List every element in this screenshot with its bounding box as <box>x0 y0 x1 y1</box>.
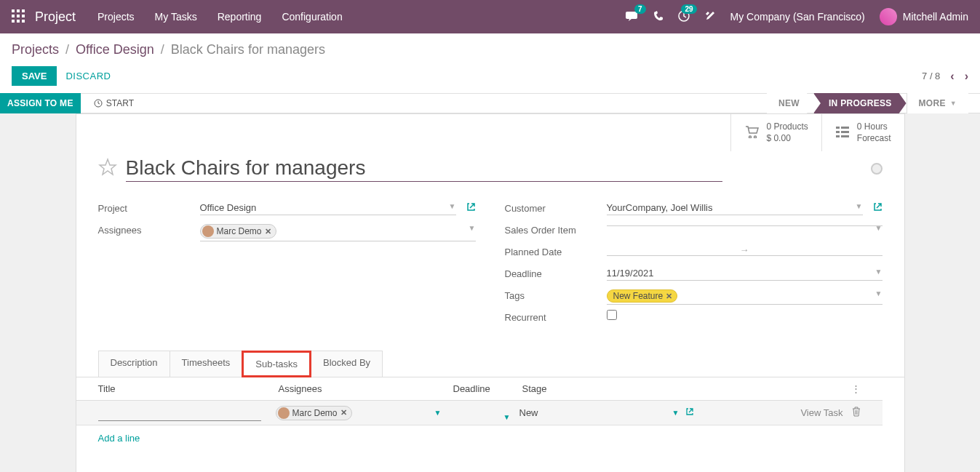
status-more[interactable]: MORE ▼ <box>907 93 968 113</box>
messages-icon[interactable]: 7 <box>626 10 639 24</box>
chevron-down-icon: ▼ <box>875 268 883 276</box>
customer-field[interactable]: YourCompany, Joel Willis ▼ <box>607 201 863 215</box>
view-task-button[interactable]: View Task <box>800 407 842 418</box>
assignee-chip: Marc Demo ✕ <box>276 406 352 420</box>
tab-description[interactable]: Description <box>98 351 170 377</box>
user-menu[interactable]: Mitchell Admin <box>880 8 968 25</box>
breadcrumb-row: Projects / Office Design / Black Chairs … <box>0 33 980 62</box>
project-field[interactable]: Office Design ▼ <box>200 201 456 215</box>
task-title-input[interactable] <box>126 155 722 182</box>
nav-projects[interactable]: Projects <box>97 11 135 23</box>
kanban-state-dot[interactable] <box>871 163 883 175</box>
stat-products-amount: $ 0.00 <box>766 133 808 145</box>
svg-rect-5 <box>22 15 25 17</box>
deadline-field[interactable]: 11/19/2021 ▼ <box>607 266 883 281</box>
pager-next[interactable]: › <box>965 70 968 83</box>
add-line-button[interactable]: Add a line <box>76 425 883 451</box>
assignees-label: Assignees <box>98 223 200 236</box>
tasks-icon <box>835 126 850 140</box>
form-sheet: 0 Products $ 0.00 0 Hours Forecast <box>76 113 905 472</box>
svg-rect-14 <box>841 131 849 133</box>
user-avatar <box>880 8 897 25</box>
stat-products[interactable]: 0 Products $ 0.00 <box>731 114 821 151</box>
svg-rect-15 <box>836 135 840 137</box>
close-icon[interactable]: ✕ <box>340 408 347 417</box>
breadcrumb-current: Black Chairs for managers <box>171 42 325 57</box>
status-in-progress[interactable]: IN PROGRESS <box>813 93 907 113</box>
table-row: Marc Demo ✕ ▼ ▼ New ▼ View Task <box>76 401 883 425</box>
table-header: Title Assignees Deadline Stage ⋮ <box>76 377 883 401</box>
assignees-field[interactable]: Marc Demo ✕ ▼ <box>200 223 476 241</box>
phone-icon[interactable] <box>653 11 664 23</box>
external-link-icon[interactable] <box>466 202 476 214</box>
external-link-icon[interactable] <box>685 407 694 418</box>
trash-icon[interactable] <box>852 407 861 419</box>
svg-rect-8 <box>22 20 25 23</box>
tags-field[interactable]: New Feature ✕ ▼ <box>607 288 883 305</box>
apps-icon[interactable] <box>12 9 26 24</box>
nav-configuration[interactable]: Configuration <box>282 11 342 23</box>
sales-order-field[interactable]: ▼ <box>607 223 883 226</box>
messages-badge: 7 <box>634 4 646 14</box>
recurrent-checkbox[interactable] <box>607 310 617 320</box>
nav-my-tasks[interactable]: My Tasks <box>155 11 197 23</box>
action-row: SAVE DISCARD 7 / 8 ‹ › <box>0 62 980 93</box>
star-icon[interactable] <box>98 158 117 179</box>
chevron-down-icon: ▼ <box>672 409 680 417</box>
form-body: Project Office Design ▼ Assignees <box>76 199 904 351</box>
tab-timesheets[interactable]: Timesheets <box>170 351 243 377</box>
stat-hours[interactable]: 0 Hours Forecast <box>821 114 904 151</box>
th-stage: Stage <box>522 383 697 394</box>
subtask-title-input[interactable] <box>98 405 261 421</box>
tab-sub-tasks[interactable]: Sub-tasks <box>242 351 311 377</box>
discard-button[interactable]: DISCARD <box>65 71 111 81</box>
top-navbar: Project Projects My Tasks Reporting Conf… <box>0 0 980 33</box>
assign-to-me-button[interactable]: ASSIGN TO ME <box>0 93 81 113</box>
breadcrumb-projects[interactable]: Projects <box>12 42 59 57</box>
user-name: Mitchell Admin <box>903 11 968 23</box>
save-button[interactable]: SAVE <box>12 66 57 86</box>
svg-rect-2 <box>22 9 25 12</box>
close-icon[interactable]: ✕ <box>265 227 271 236</box>
avatar <box>278 407 290 419</box>
svg-rect-3 <box>12 15 15 17</box>
pager-prev[interactable]: ‹ <box>950 70 954 83</box>
svg-rect-1 <box>17 9 20 12</box>
tag-chip: New Feature ✕ <box>607 289 678 303</box>
tab-blocked-by[interactable]: Blocked By <box>311 351 383 377</box>
nav-links: Projects My Tasks Reporting Configuratio… <box>97 11 343 23</box>
clock-icon <box>94 99 103 108</box>
planned-date-start[interactable] <box>607 244 734 255</box>
planned-date-field[interactable]: → <box>607 244 883 256</box>
stat-buttons: 0 Products $ 0.00 0 Hours Forecast <box>730 114 904 151</box>
external-link-icon[interactable] <box>873 202 883 214</box>
start-button[interactable]: START <box>94 98 134 108</box>
breadcrumb-project[interactable]: Office Design <box>76 42 154 57</box>
planned-date-label: Planned Date <box>505 244 607 257</box>
company-name[interactable]: My Company (San Francisco) <box>730 11 865 23</box>
project-label: Project <box>98 201 200 214</box>
svg-rect-11 <box>836 127 840 129</box>
nav-reporting[interactable]: Reporting <box>218 11 262 23</box>
nav-right: 7 29 My Company (San Francisco) Mitchell… <box>626 8 968 25</box>
tabs: Description Timesheets Sub-tasks Blocked… <box>76 351 904 377</box>
recurrent-label: Recurrent <box>505 310 607 323</box>
chevron-down-icon: ▼ <box>950 100 957 107</box>
subtask-assignees-field[interactable]: Marc Demo ✕ ▼ <box>276 406 450 420</box>
activities-icon[interactable]: 29 <box>678 10 690 24</box>
tags-label: Tags <box>505 288 607 301</box>
table-options-icon[interactable]: ⋮ <box>851 383 861 394</box>
svg-rect-7 <box>17 20 20 23</box>
status-new[interactable]: NEW <box>767 93 814 113</box>
planned-date-end[interactable] <box>755 244 883 255</box>
close-icon[interactable]: ✕ <box>666 292 672 301</box>
assignee-chip: Marc Demo ✕ <box>200 224 276 239</box>
tools-icon[interactable] <box>704 10 716 24</box>
subtask-stage-field[interactable]: New ▼ <box>519 407 694 418</box>
svg-rect-12 <box>841 127 849 129</box>
chevron-down-icon: ▼ <box>875 289 883 297</box>
pager: 7 / 8 ‹ › <box>922 70 968 83</box>
sales-order-label: Sales Order Item <box>505 223 607 236</box>
status-chips: NEW IN PROGRESS MORE ▼ <box>767 93 968 113</box>
form-col-left: Project Office Design ▼ Assignees <box>98 199 476 330</box>
